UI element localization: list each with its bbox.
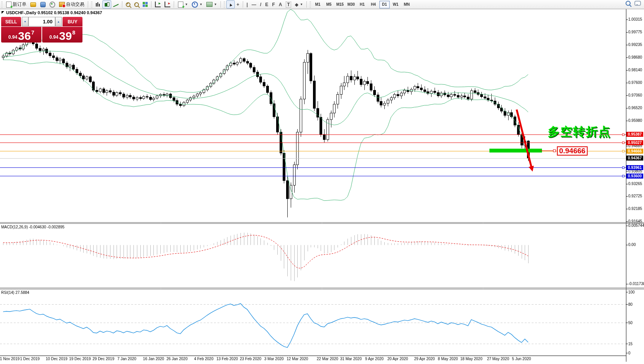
bar-chart-icon (96, 2, 100, 7)
text-button[interactable]: A (277, 0, 284, 8)
main-toolbar: 新订单 自动交易 + - ▼ ▼ ▼ ▲ + | — / E F (0, 0, 644, 9)
date-tick-label: 9 Apr 2020 (365, 357, 384, 361)
date-tick-label: 16 Jan 2020 (143, 357, 164, 361)
date-tick-label: 19 Dec 2019 (69, 357, 91, 361)
search-icon[interactable] (626, 1, 631, 6)
price-tick-label: 0.95980 (628, 118, 642, 123)
cursor-button[interactable]: ▲ (226, 0, 235, 8)
timeframe-m30[interactable]: M30 (346, 1, 356, 8)
line-chart-button[interactable] (111, 0, 120, 8)
chart-shift-icon (165, 2, 170, 7)
turning-point-annotation: 多空转折点 (548, 124, 611, 140)
indicators-icon (178, 2, 183, 7)
channel-button[interactable]: E (263, 0, 270, 8)
lot-decrease-button[interactable]: ▼ (22, 17, 28, 26)
timeframe-m15[interactable]: M15 (335, 1, 345, 8)
buy-price-base: 0.94 (49, 34, 58, 40)
periods-button[interactable]: ▼ (190, 0, 204, 8)
buy-button[interactable]: BUY (63, 17, 82, 26)
zoom-in-button[interactable]: + (124, 0, 132, 8)
one-click-trading-panel: SELL ▼ 1.00 ▲ BUY 0.94 36 7 0.94 39 8 (1, 17, 82, 43)
auto-scroll-button[interactable] (153, 0, 163, 8)
chart-shift-button[interactable] (163, 0, 172, 8)
timeframe-mn[interactable]: MN (402, 1, 412, 8)
fibonacci-icon: F (272, 2, 275, 7)
date-tick-label: 1 Nov 2019 (0, 357, 20, 361)
price-tick-label: 0.97060 (628, 93, 642, 97)
tile-windows-icon (143, 2, 148, 7)
vline-button[interactable]: | (245, 0, 250, 8)
sell-button[interactable]: SELL (1, 17, 21, 26)
timeframe-w1[interactable]: W1 (390, 1, 401, 8)
buy-price-pips: 39 (59, 31, 72, 41)
timeframe-h4[interactable]: H4 (368, 1, 379, 8)
crosshair-icon: + (237, 2, 239, 7)
timeframe-m5[interactable]: M5 (324, 1, 334, 8)
toolbar-grip[interactable] (1, 2, 3, 8)
chart-symbol-period: USDCHF-,Daily (6, 10, 36, 15)
candle-chart-button[interactable] (102, 0, 111, 8)
macd-tick-label: -0.011738 (628, 282, 644, 286)
sell-price-point: 7 (31, 30, 34, 36)
fibonacci-button[interactable]: F (270, 0, 277, 8)
templates-button[interactable]: ▼ (204, 0, 219, 8)
date-tick-label: 26 Jan 2020 (166, 357, 188, 361)
profile-icon (40, 2, 46, 7)
signal-icon (49, 2, 55, 7)
date-tick-label: 7 Jan 2020 (117, 357, 137, 361)
timeframe-d1[interactable]: D1 (379, 1, 390, 8)
price-tick-label: 0.99235 (628, 43, 642, 47)
market-watch-button[interactable] (28, 0, 38, 8)
vline-icon: | (247, 2, 248, 7)
text-label-icon: T (286, 2, 291, 8)
hline-icon: — (252, 2, 256, 7)
price-tick-label: 1.00315 (628, 17, 642, 21)
buy-price-display[interactable]: 0.94 39 8 (42, 27, 82, 43)
timeframe-m1[interactable]: M1 (313, 1, 323, 8)
lot-increase-button[interactable]: ▲ (55, 17, 62, 26)
crosshair-button[interactable]: + (235, 0, 241, 8)
profile-button[interactable] (38, 0, 48, 8)
tile-windows-button[interactable] (141, 0, 150, 8)
price-tick-label: 0.92725 (628, 194, 642, 198)
chart-canvas[interactable] (0, 0, 644, 364)
date-tick-label: 3 Mar 2020 (264, 357, 284, 361)
cursor-icon: ▲ (227, 1, 234, 8)
zoom-out-button[interactable]: - (132, 0, 141, 8)
date-tick-label: 4 Feb 2020 (194, 357, 214, 361)
sell-price-display[interactable]: 0.94 36 7 (1, 27, 41, 43)
symbol-marker-icon (2, 11, 4, 14)
autotrade-button[interactable]: 自动交易 (57, 0, 86, 8)
price-level-tag: 0.95387 (626, 132, 643, 137)
price-level-tag: 0.95027 (626, 140, 643, 145)
price-tick-label: 0.96520 (628, 106, 642, 110)
arrows-button[interactable]: ◆▼ (293, 0, 305, 8)
rsi-indicator-label: RSI(14) 27.5884 (1, 290, 29, 295)
chat-icon[interactable] (634, 1, 641, 6)
bar-chart-button[interactable] (94, 0, 102, 8)
trendline-button[interactable]: / (258, 0, 263, 8)
level-price-annotation: 0.94666 (557, 146, 588, 156)
text-label-button[interactable]: T (284, 0, 293, 8)
macd-tick-label: 0.005744 (628, 223, 644, 228)
signals-button[interactable] (48, 0, 57, 8)
sell-price-pips: 36 (18, 31, 31, 41)
trendline-icon: / (260, 2, 261, 7)
new-order-label: 新订单 (13, 1, 26, 8)
zoom-out-icon: - (134, 2, 139, 7)
lot-size-input[interactable]: 1.00 (28, 17, 55, 26)
templates-icon (206, 2, 212, 7)
timeframe-h1[interactable]: H1 (357, 1, 367, 8)
new-order-button[interactable]: 新订单 (4, 0, 28, 8)
price-tick-label: 0.98140 (628, 68, 642, 72)
chart-ohlc-values: 0.95102 0.95138 0.94240 0.94367 (38, 10, 102, 15)
candle-chart-icon (104, 2, 109, 7)
gold-icon (30, 2, 36, 7)
price-tick-label: 0.92185 (628, 207, 642, 211)
rsi-tick-label: 15 (628, 342, 632, 346)
hline-button[interactable]: — (250, 0, 258, 8)
date-tick-label: 27 May 2020 (487, 357, 509, 361)
macd-indicator-label: MACD(12,26,9) -0.004630 -0.002895 (1, 225, 64, 229)
indicators-button[interactable]: ▼ (176, 0, 190, 8)
rsi-tick-label: 100 (628, 290, 635, 294)
